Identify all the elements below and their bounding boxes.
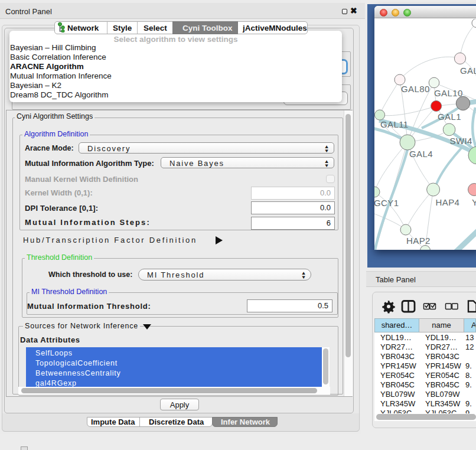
svg-text:GAL11: GAL11	[380, 119, 409, 129]
svg-text:GAL1: GAL1	[438, 112, 461, 122]
svg-text:HAP4: HAP4	[436, 197, 460, 207]
svg-text:GAL10: GAL10	[434, 88, 463, 98]
svg-text:GCY1: GCY1	[374, 198, 399, 208]
svg-text:Y: Y	[472, 197, 476, 207]
svg-text:HAP2: HAP2	[406, 236, 431, 246]
svg-text:GAL80: GAL80	[401, 84, 430, 94]
svg-text:GAL7: GAL7	[460, 66, 476, 76]
svg-text:GAL4: GAL4	[409, 149, 433, 159]
svg-text:SWI4: SWI4	[450, 136, 472, 146]
